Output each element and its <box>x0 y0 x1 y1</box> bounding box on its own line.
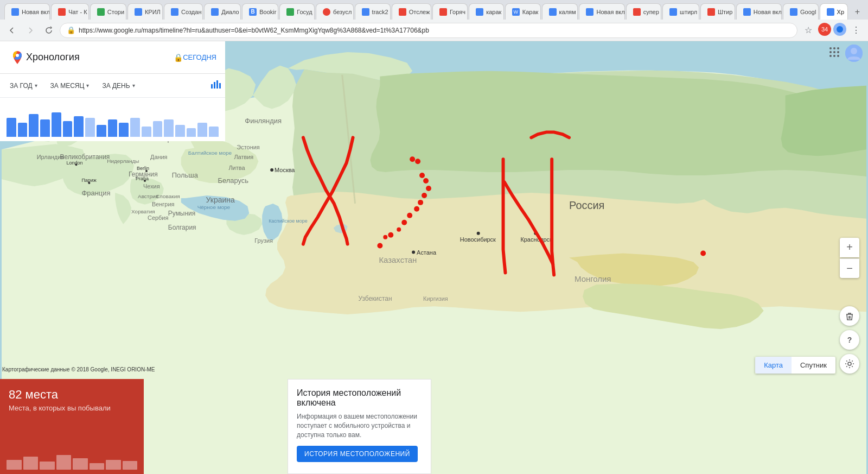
month-filter-button[interactable]: ЗА МЕСЯЦ ▾ <box>45 78 95 94</box>
tab-label: КРИЛ <box>145 9 161 15</box>
bar-17[interactable] <box>187 128 196 137</box>
forward-button[interactable] <box>23 23 38 38</box>
zoom-out-button[interactable]: − <box>840 258 859 278</box>
settings-button[interactable] <box>840 354 859 374</box>
google-apps-button[interactable] <box>828 46 841 61</box>
tab-label: Bookir <box>259 9 276 15</box>
svg-point-2 <box>410 156 415 162</box>
svg-point-5 <box>423 178 429 184</box>
user-profile-icon[interactable]: 34 <box>818 23 831 36</box>
bar-6[interactable] <box>63 121 73 137</box>
tab-kalym[interactable]: калям <box>542 3 578 20</box>
places-panel[interactable]: 82 места Места, в которых вы побывали <box>0 379 144 474</box>
help-button[interactable]: ? <box>840 330 859 350</box>
secure-icon: 🔒 <box>67 26 75 34</box>
day-filter-button[interactable]: ЗА ДЕНЬ ▾ <box>97 78 140 94</box>
tab-label: Googl <box>800 9 816 15</box>
latvia-label: Латвия <box>234 154 253 160</box>
tab-karak1[interactable]: карак <box>469 3 504 20</box>
bar-7[interactable] <box>74 116 84 137</box>
svg-point-28 <box>829 55 832 57</box>
tab-sozdan[interactable]: Создан <box>164 3 203 20</box>
svg-point-8 <box>418 200 423 205</box>
map-type-map-button[interactable]: Карта <box>755 357 792 374</box>
zoom-in-button[interactable]: + <box>840 238 859 257</box>
tab-chat[interactable]: Чат - К <box>51 3 89 20</box>
user-avatar[interactable] <box>845 45 863 62</box>
add-tab-button[interactable]: + <box>851 4 864 20</box>
tab-super[interactable]: супер <box>626 3 661 20</box>
location-history-button[interactable]: ИСТОРИЯ МЕСТОПОЛОЖЕНИЙ <box>297 446 418 462</box>
delete-button[interactable] <box>840 306 859 326</box>
bar-15[interactable] <box>164 119 174 137</box>
tab-goryach[interactable]: Горяч <box>432 3 468 20</box>
tab-stories[interactable]: Стори <box>90 3 126 20</box>
netherlands-label: Нидерланды <box>107 158 139 164</box>
serbia-label: Сербия <box>148 214 168 221</box>
day-filter-label: ЗА ДЕНЬ <box>102 82 130 90</box>
tab-karak2[interactable]: W Карак <box>505 3 541 20</box>
chart-icon-button[interactable] <box>210 79 221 92</box>
refresh-button[interactable] <box>41 23 56 38</box>
bar-2[interactable] <box>18 123 28 137</box>
tab-shtirlitz2[interactable]: Штир <box>700 3 735 20</box>
bookmark-button[interactable]: ☆ <box>801 23 816 38</box>
croatia-label: Хорватия <box>131 208 155 214</box>
svg-point-27 <box>837 51 839 53</box>
bar-3[interactable] <box>29 114 39 137</box>
chrome-menu-button[interactable]: ⋮ <box>848 23 864 38</box>
map-type-satellite-button[interactable]: Спутник <box>792 357 835 374</box>
bar-9[interactable] <box>97 125 106 137</box>
tab-label: безусл <box>333 9 352 15</box>
url-box[interactable]: 🔒 https://www.google.ru/maps/timeline?hl… <box>60 23 797 38</box>
bar-12[interactable] <box>130 118 140 137</box>
svg-point-11 <box>401 220 407 225</box>
tab-nueva-vkl-1[interactable]: Новая вкл <box>4 3 50 20</box>
svg-point-23 <box>833 47 835 49</box>
bar-10[interactable] <box>108 119 118 137</box>
today-button[interactable]: СЕГОДНЯ <box>183 53 216 61</box>
bar-16[interactable] <box>175 125 185 137</box>
tab-google[interactable]: Googl <box>783 3 819 20</box>
map-bottom-controls: ? <box>840 306 859 374</box>
austria-label: Австрия <box>138 193 158 199</box>
georgia-label: Грузия <box>254 237 273 244</box>
russia-label: Россия <box>569 199 604 211</box>
year-filter-button[interactable]: ЗА ГОД ▾ <box>4 78 43 94</box>
bar-13[interactable] <box>142 127 151 137</box>
bar-11[interactable] <box>119 123 129 137</box>
google-maps-logo <box>9 49 26 66</box>
romania-label: Румыния <box>168 210 195 217</box>
tab-gosud[interactable]: Госуд <box>279 3 315 20</box>
tab-label: Карак <box>522 9 539 15</box>
bar-4[interactable] <box>40 119 50 137</box>
bar-5[interactable] <box>52 112 61 137</box>
tab-shtirlitz1[interactable]: штирл <box>662 3 699 20</box>
bar-8[interactable] <box>85 118 95 137</box>
map-type-toggle: Карта Спутник <box>755 357 835 374</box>
kyrgyzstan-label: Киргизия <box>423 295 448 302</box>
bar-19[interactable] <box>209 127 219 137</box>
tab-kril[interactable]: КРИЛ <box>127 3 163 20</box>
extensions-button[interactable] <box>833 23 846 36</box>
bar-18[interactable] <box>197 123 207 137</box>
svg-rect-19 <box>216 80 218 89</box>
svg-point-24 <box>837 47 839 49</box>
bar-14[interactable] <box>153 121 163 137</box>
map-area[interactable]: Россия Швеция Норвегия Финляндия Эстония… <box>0 41 868 474</box>
tab-otslezh[interactable]: Отслеж <box>392 3 431 20</box>
svg-point-9 <box>414 206 419 212</box>
svg-point-0 <box>837 26 843 33</box>
bar-1[interactable] <box>7 118 16 137</box>
tab-dialo[interactable]: Диало <box>204 3 241 20</box>
tab-track2[interactable]: track2 <box>355 3 391 20</box>
tab-bezusl[interactable]: безусл <box>316 3 354 20</box>
tab-active-xr[interactable]: Хр <box>820 3 848 20</box>
tab-label-active: Хр <box>837 9 844 15</box>
tab-nueva-vkl-3[interactable]: Новая вкл <box>736 3 782 20</box>
tab-nueva-vkl-2[interactable]: Новая вкл <box>579 3 624 20</box>
tab-bookir[interactable]: B Bookir <box>242 3 278 20</box>
berlin-label: Berlin <box>137 166 149 171</box>
back-button[interactable] <box>4 23 20 38</box>
tab-label: Новая вкл <box>596 9 624 15</box>
